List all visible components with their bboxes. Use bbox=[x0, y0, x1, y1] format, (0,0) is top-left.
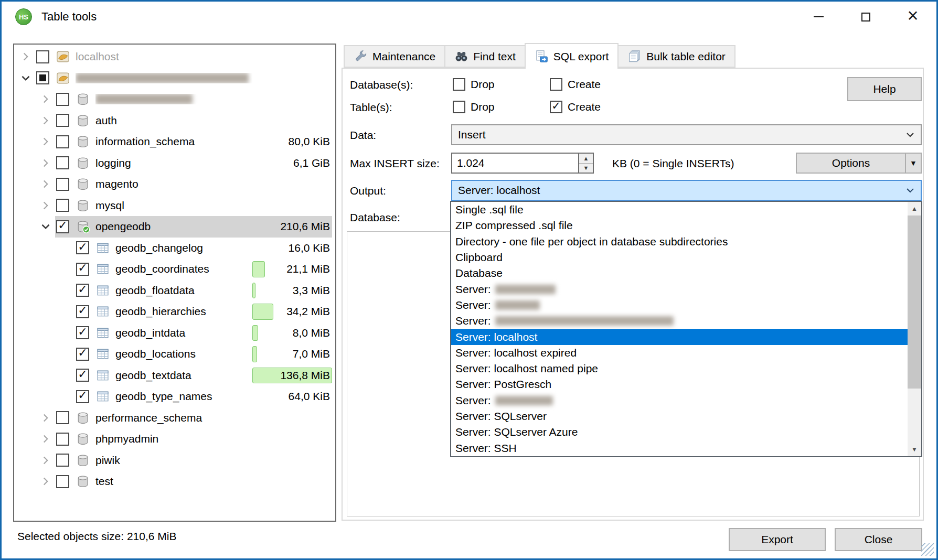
expander-expanded-icon[interactable] bbox=[36, 219, 55, 234]
databases-drop-checkbox[interactable]: Drop bbox=[453, 77, 495, 91]
resize-grip[interactable] bbox=[921, 543, 934, 556]
expander-collapsed-icon[interactable] bbox=[16, 49, 35, 64]
tree-checkbox[interactable] bbox=[56, 156, 69, 169]
options-button[interactable]: Options bbox=[796, 153, 906, 174]
tree-checkbox[interactable] bbox=[56, 199, 69, 212]
tree-item-information_schema[interactable]: information_schema80,0 KiB bbox=[14, 131, 335, 153]
output-option-6[interactable]: Server: bbox=[451, 297, 908, 313]
tree-item-geodb_textdata[interactable]: geodb_textdata136,8 MiB bbox=[14, 365, 335, 386]
tree-checkbox[interactable] bbox=[76, 284, 89, 297]
export-button[interactable]: Export bbox=[729, 528, 826, 551]
output-option-5[interactable]: Server: bbox=[451, 281, 908, 297]
tree-item-geodb_type_names[interactable]: geodb_type_names64,0 KiB bbox=[14, 386, 335, 407]
expander-collapsed-icon[interactable] bbox=[36, 453, 55, 468]
tree-item-phpmyadmin[interactable]: phpmyadmin bbox=[14, 428, 335, 450]
expander-collapsed-icon[interactable] bbox=[36, 155, 55, 171]
output-option-1[interactable]: ZIP compressed .sql file bbox=[451, 218, 908, 233]
scroll-thumb[interactable] bbox=[908, 216, 921, 389]
output-option-3[interactable]: Clipboard bbox=[451, 250, 908, 265]
tab-maintenance[interactable]: Maintenance bbox=[344, 45, 445, 68]
tree-item-localhost[interactable]: localhost bbox=[14, 46, 335, 68]
expander-collapsed-icon[interactable] bbox=[36, 134, 55, 149]
scroll-down-icon[interactable]: ▼ bbox=[908, 443, 921, 456]
data-combobox[interactable]: Insert bbox=[451, 124, 922, 145]
stepper-down-icon[interactable]: ▼ bbox=[579, 164, 593, 173]
dropdown-scrollbar[interactable]: ▲ ▼ bbox=[908, 202, 921, 456]
tree-checkbox[interactable] bbox=[56, 454, 69, 467]
tree-item-piwik[interactable]: piwik bbox=[14, 450, 335, 471]
minimize-button[interactable] bbox=[795, 2, 842, 32]
tree-checkbox[interactable] bbox=[76, 348, 89, 361]
tree-item-mysql[interactable]: mysql bbox=[14, 195, 335, 217]
help-button[interactable]: Help bbox=[847, 77, 922, 101]
output-option-4[interactable]: Database bbox=[451, 265, 908, 281]
tree-item-geodb_coordinates[interactable]: geodb_coordinates21,1 MiB bbox=[14, 259, 335, 280]
tree-checkbox[interactable] bbox=[56, 178, 69, 191]
max-insert-input[interactable]: 1.024 bbox=[451, 153, 579, 174]
databases-create-checkbox[interactable]: Create bbox=[550, 77, 601, 91]
tree-checkbox[interactable] bbox=[56, 220, 69, 233]
close-dialog-button[interactable]: Close bbox=[835, 528, 922, 551]
tree-item-geodb_locations[interactable]: geodb_locations7,0 MiB bbox=[14, 343, 335, 365]
tree-checkbox[interactable] bbox=[76, 326, 89, 339]
checkbox-box[interactable] bbox=[550, 78, 562, 91]
max-insert-stepper[interactable]: ▲ ▼ bbox=[579, 153, 594, 174]
output-combobox[interactable]: Server: localhost bbox=[451, 180, 922, 201]
tree-checkbox[interactable] bbox=[76, 263, 89, 276]
tree-item-geodb_hierarchies[interactable]: geodb_hierarchies34,2 MiB bbox=[14, 301, 335, 322]
output-option-12[interactable]: Server: bbox=[451, 393, 908, 408]
output-option-0[interactable]: Single .sql file bbox=[451, 202, 908, 218]
expander-expanded-icon[interactable] bbox=[16, 70, 35, 86]
output-option-13[interactable]: Server: SQLserver bbox=[451, 408, 908, 424]
close-button[interactable]: × bbox=[889, 2, 936, 32]
tree-checkbox[interactable] bbox=[76, 369, 89, 382]
tree-checkbox[interactable] bbox=[76, 305, 89, 318]
expander-collapsed-icon[interactable] bbox=[36, 91, 55, 107]
tree-item-server-redacted[interactable] bbox=[14, 68, 335, 89]
tree-checkbox[interactable] bbox=[56, 411, 69, 424]
tree-item-performance_schema[interactable]: performance_schema bbox=[14, 407, 335, 429]
output-option-10[interactable]: Server: localhost named pipe bbox=[451, 361, 908, 376]
tab-find-text[interactable]: Find text bbox=[444, 45, 526, 68]
tree-checkbox[interactable] bbox=[56, 135, 69, 148]
output-option-9[interactable]: Server: localhost expired bbox=[451, 345, 908, 361]
options-dropdown-button[interactable]: ▼ bbox=[905, 153, 922, 174]
tree-checkbox[interactable] bbox=[56, 475, 69, 488]
scroll-up-icon[interactable]: ▲ bbox=[908, 202, 921, 216]
tree-item-auth[interactable]: auth bbox=[14, 110, 335, 132]
output-option-11[interactable]: Server: PostGresch bbox=[451, 376, 908, 392]
tab-sql-export[interactable]: SQL export bbox=[525, 43, 619, 69]
stepper-up-icon[interactable]: ▲ bbox=[579, 154, 593, 164]
output-option-14[interactable]: Server: SQLserver Azure bbox=[451, 424, 908, 440]
output-option-8[interactable]: Server: localhost bbox=[451, 329, 908, 344]
output-option-7[interactable]: Server: bbox=[451, 313, 908, 329]
tree-item-opengeodb[interactable]: opengeodb210,6 MiB bbox=[14, 216, 335, 238]
expander-collapsed-icon[interactable] bbox=[36, 431, 55, 447]
tables-drop-checkbox[interactable]: Drop bbox=[453, 100, 495, 114]
tree-item-test[interactable]: test bbox=[14, 471, 335, 492]
tree-checkbox[interactable] bbox=[36, 50, 49, 63]
tables-create-checkbox[interactable]: Create bbox=[550, 100, 601, 114]
tree-item-logging[interactable]: logging6,1 GiB bbox=[14, 153, 335, 174]
tree-checkbox[interactable] bbox=[76, 390, 89, 403]
tree-checkbox[interactable] bbox=[56, 93, 69, 106]
tree-checkbox[interactable] bbox=[56, 114, 69, 127]
checkbox-box[interactable] bbox=[453, 101, 465, 113]
tree-item-magento[interactable]: magento bbox=[14, 174, 335, 195]
expander-collapsed-icon[interactable] bbox=[36, 113, 55, 128]
tree-item-geodb_intdata[interactable]: geodb_intdata8,0 MiB bbox=[14, 322, 335, 344]
output-option-15[interactable]: Server: SSH bbox=[451, 440, 908, 456]
checkbox-box[interactable] bbox=[453, 78, 465, 91]
tree-item-geodb_changelog[interactable]: geodb_changelog16,0 KiB bbox=[14, 238, 335, 259]
expander-collapsed-icon[interactable] bbox=[36, 198, 55, 213]
tree-checkbox[interactable] bbox=[56, 433, 69, 446]
tree-item-db-redacted[interactable] bbox=[14, 89, 335, 110]
checkbox-box[interactable] bbox=[550, 101, 562, 113]
expander-collapsed-icon[interactable] bbox=[36, 410, 55, 426]
maximize-button[interactable] bbox=[842, 2, 889, 32]
tree-checkbox[interactable] bbox=[76, 241, 89, 254]
tab-bulk-table-editor[interactable]: Bulk table editor bbox=[617, 45, 736, 68]
tree-item-geodb_floatdata[interactable]: geodb_floatdata3,3 MiB bbox=[14, 280, 335, 301]
tree-checkbox[interactable] bbox=[36, 71, 49, 84]
expander-collapsed-icon[interactable] bbox=[36, 473, 55, 489]
